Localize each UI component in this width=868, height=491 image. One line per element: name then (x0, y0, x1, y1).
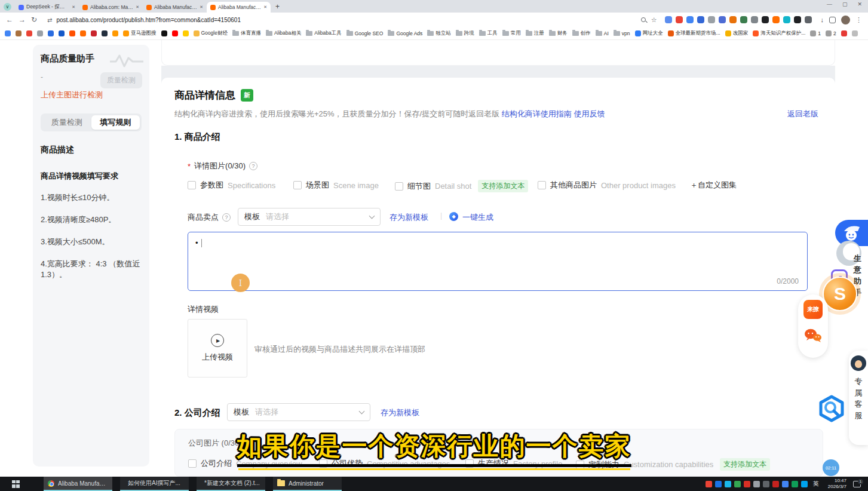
sourcing-logo[interactable] (818, 395, 845, 425)
tray-icon[interactable] (753, 481, 760, 487)
extension-icon[interactable] (686, 16, 694, 23)
extension-icon[interactable] (783, 16, 790, 23)
checkbox[interactable] (188, 181, 196, 189)
checkbox[interactable] (188, 459, 197, 468)
bookmark-item[interactable]: 创作 (572, 30, 591, 37)
browser-tab[interactable]: Alibaba Manufacturer Direct...✕ (207, 2, 271, 13)
bookmark-item[interactable]: Google Ads (388, 30, 422, 36)
checkbox[interactable] (395, 182, 403, 191)
menu-kebab-icon[interactable]: ⋮ (855, 16, 862, 24)
bookmark-item[interactable]: 2 (826, 30, 836, 36)
quality-check-button[interactable]: 质量检测 (100, 72, 142, 88)
bookmark-item[interactable]: 海天知识产权保护... (753, 30, 805, 37)
bookmark-item[interactable]: 注册 (526, 30, 544, 37)
reload-icon[interactable]: ↻ (31, 16, 37, 24)
sidebar-tab-quality[interactable]: 质量检测 (42, 115, 91, 130)
one-click-generate-link[interactable]: 一键生成 (462, 213, 493, 222)
bookmark-item[interactable]: Google财经 (194, 30, 228, 37)
window-minimize-button[interactable]: — (827, 1, 832, 7)
save-company-template-link[interactable]: 存为新模板 (381, 408, 419, 417)
download-icon[interactable]: ↓ (821, 16, 824, 23)
customer-service-panel[interactable]: 专属客服 (849, 351, 868, 445)
bookmark-item[interactable]: Alibaba工具 (306, 30, 341, 37)
bookmark-item[interactable]: 改国家 (725, 30, 749, 37)
help-icon[interactable]: ? (222, 213, 231, 222)
tray-icon[interactable] (744, 481, 750, 487)
bookmark-item[interactable] (841, 30, 847, 36)
tray-icon[interactable] (772, 481, 779, 487)
bookmark-item[interactable] (172, 30, 178, 36)
tab-close-icon[interactable]: ✕ (136, 5, 139, 10)
bookmark-item[interactable]: Alibaba相关 (266, 30, 301, 37)
taskbar-task[interactable]: 如何使用AI撰写产... (120, 477, 189, 491)
bookmark-item[interactable]: 常用 (502, 30, 521, 37)
extension-icon[interactable] (729, 16, 737, 23)
checkbox[interactable] (293, 181, 302, 189)
bookmark-star-icon[interactable]: ☆ (651, 16, 657, 24)
custom-gallery-link[interactable]: ＋自定义图集 (690, 180, 737, 191)
bookmark-item[interactable] (69, 30, 75, 36)
bookmark-item[interactable] (102, 30, 108, 36)
extension-icon[interactable] (794, 16, 801, 23)
notification-icon[interactable]: 1 (853, 481, 861, 487)
tray-icon[interactable] (734, 481, 741, 487)
bookmark-item[interactable]: 工具 (479, 30, 498, 37)
extension-icon[interactable] (740, 16, 747, 23)
tray-icon[interactable] (725, 481, 731, 487)
bookmark-item[interactable]: 网址大全 (635, 30, 663, 37)
ai-generate-icon[interactable]: ◆ (449, 212, 458, 221)
checkbox[interactable] (538, 181, 546, 189)
tab-close-icon[interactable]: ✕ (200, 5, 203, 10)
bookmark-item[interactable]: 独立站 (427, 30, 451, 37)
taskbar-task[interactable]: Administrator (273, 477, 342, 491)
language-indicator[interactable]: 英 (813, 480, 819, 488)
zoom-icon[interactable] (641, 17, 646, 22)
upload-video-button[interactable]: ▶ 上传视频 (188, 319, 247, 378)
bookmark-item[interactable]: 财务 (549, 30, 568, 37)
browser-tab[interactable]: Alibaba.com: Manufacturers...✕ (79, 2, 143, 13)
start-button[interactable] (12, 480, 20, 488)
extension-icon[interactable] (772, 16, 780, 23)
tray-icon[interactable] (792, 481, 798, 487)
bookmark-item[interactable] (183, 30, 189, 36)
wechat-icon[interactable] (804, 328, 822, 343)
bookmark-item[interactable] (91, 30, 97, 36)
upload-main-image-link[interactable]: 上传主图进行检测 (41, 90, 142, 100)
bookmark-item[interactable]: Google SEO (346, 30, 384, 36)
profile-avatar[interactable] (841, 16, 850, 24)
back-icon[interactable]: ← (6, 16, 13, 24)
tray-icon[interactable] (763, 481, 769, 487)
browser-tab[interactable]: Alibaba Manufacturer Direct...✕ (143, 2, 207, 13)
bookmark-item[interactable] (80, 30, 86, 36)
bookmark-item[interactable] (112, 30, 118, 36)
site-settings-icon[interactable]: ⇄ (47, 17, 52, 23)
bookmark-item[interactable]: 跨境 (456, 30, 474, 37)
guide-link[interactable]: 结构化商详使用指南 (502, 109, 572, 118)
browser-tab[interactable]: DeepSeek - 探索未至之境✕ (15, 2, 79, 13)
extension-icon[interactable] (676, 16, 683, 23)
back-to-old-link[interactable]: 返回老版 (787, 109, 818, 118)
feedback-link[interactable]: 使用反馈 (573, 109, 605, 118)
bookmark-item[interactable] (26, 30, 32, 36)
skype-float-button[interactable]: S (823, 277, 857, 311)
extension-icon[interactable] (665, 16, 672, 23)
forward-icon[interactable]: → (19, 16, 26, 24)
save-template-link[interactable]: 存为新模板 (389, 213, 428, 222)
extension-icon[interactable] (762, 16, 769, 23)
taskbar-task[interactable]: Alibaba Manufact... (44, 477, 112, 491)
bookmark-item[interactable] (37, 30, 43, 36)
help-icon[interactable]: ? (249, 162, 257, 170)
lailiao-search-icon[interactable]: 来撩 (803, 300, 823, 319)
extension-icon[interactable] (697, 16, 704, 23)
bookmark-item[interactable] (5, 30, 11, 36)
new-tab-button[interactable]: + (275, 2, 280, 11)
bookmark-item[interactable] (48, 30, 54, 36)
window-close-button[interactable]: ✕ (857, 1, 862, 7)
tray-icon[interactable] (782, 481, 789, 487)
bookmark-item[interactable] (59, 30, 65, 36)
url-text[interactable]: post.alibaba.com/product/publish.htm?fro… (56, 17, 241, 23)
extension-icon[interactable] (719, 16, 726, 23)
bookmark-item[interactable] (161, 30, 167, 36)
bookmark-item[interactable]: vpn (614, 30, 630, 36)
bookmark-item[interactable]: 1 (810, 30, 821, 36)
